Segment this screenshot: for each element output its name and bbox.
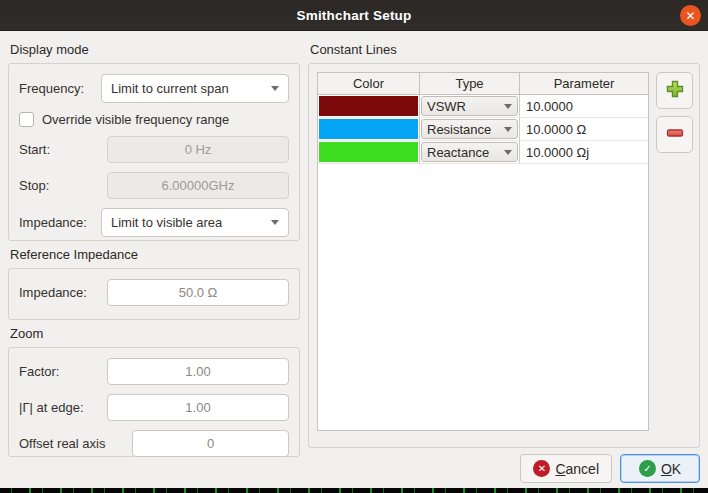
table-row[interactable]: VSWR 10.0000 [318,95,648,118]
gamma-at-edge-row: |Γ| at edge: [19,394,289,421]
column-header-parameter[interactable]: Parameter [520,73,648,94]
impedance-mode-dropdown[interactable]: Limit to visible area [101,208,289,237]
gamma-at-edge-label: |Γ| at edge: [19,400,90,415]
plus-icon [665,79,685,102]
frequency-dropdown-value: Limit to current span [111,81,229,96]
offset-real-axis-input[interactable] [132,430,289,457]
start-input[interactable] [107,136,289,163]
chevron-down-icon [271,220,279,225]
impedance-mode-dropdown-value: Limit to visible area [111,215,222,230]
zoom-group: Factor: |Γ| at edge: Offset real axis [8,347,300,457]
override-label: Override visible frequency range [42,112,229,127]
override-checkbox[interactable] [19,112,34,127]
reference-impedance-group: Impedance: [8,268,300,320]
dialog-body: Display mode Frequency: Limit to current… [0,31,708,488]
minus-icon [665,123,685,146]
zoom-factor-input[interactable] [107,358,289,385]
table-row[interactable]: Reactance 10.0000 Ωj [318,141,648,164]
constant-lines-group-title: Constant Lines [310,42,700,57]
type-cell[interactable]: VSWR [420,95,520,117]
ok-button[interactable]: ✓ OK [620,454,700,483]
cancel-button[interactable]: ✕ Cancel [520,454,612,483]
dialog-titlebar[interactable]: Smithchart Setup ✕ [0,0,708,31]
table-row[interactable]: Resistance 10.0000 Ω [318,118,648,141]
color-cell[interactable] [318,118,420,140]
reference-impedance-group-title: Reference Impedance [10,247,300,262]
color-cell[interactable] [318,95,420,117]
start-label: Start: [19,142,56,157]
type-dropdown-value: VSWR [427,99,466,114]
display-mode-group: Frequency: Limit to current span Overrid… [8,63,300,241]
ok-icon: ✓ [639,460,656,477]
close-icon[interactable]: ✕ [680,5,701,26]
ok-button-label: OK [661,461,681,477]
remove-line-button[interactable] [656,116,693,153]
offset-real-axis-row: Offset real axis [19,430,289,457]
chevron-down-icon [504,104,512,109]
color-cell[interactable] [318,141,420,163]
cancel-button-label: Cancel [555,461,599,477]
zoom-group-title: Zoom [10,326,300,341]
start-row: Start: [19,136,289,163]
stop-row: Stop: [19,172,289,199]
impedance-mode-row: Impedance: Limit to visible area [19,208,289,237]
constant-lines-header: Color Type Parameter [318,73,648,95]
color-swatch[interactable] [319,119,418,139]
reference-impedance-label: Impedance: [19,285,93,300]
reference-impedance-input[interactable] [107,279,289,306]
type-dropdown[interactable]: VSWR [421,96,518,116]
type-dropdown-value: Resistance [427,122,491,137]
type-dropdown[interactable]: Reactance [421,142,518,162]
left-column: Display mode Frequency: Limit to current… [8,37,300,488]
display-mode-group-title: Display mode [10,42,300,57]
color-swatch[interactable] [319,142,418,162]
chevron-down-icon [271,86,279,91]
reference-impedance-row: Impedance: [19,279,289,306]
stop-label: Stop: [19,178,55,193]
parameter-cell[interactable]: 10.0000 [520,95,648,117]
chevron-down-icon [504,150,512,155]
type-dropdown[interactable]: Resistance [421,119,518,139]
dialog-title: Smithchart Setup [297,8,412,23]
column-header-type[interactable]: Type [420,73,520,94]
impedance-mode-label: Impedance: [19,215,93,230]
frequency-label: Frequency: [19,81,90,96]
parameter-cell[interactable]: 10.0000 Ω [520,118,648,140]
cancel-icon: ✕ [533,460,550,477]
parameter-cell[interactable]: 10.0000 Ωj [520,141,648,163]
stop-input[interactable] [107,172,289,199]
frequency-dropdown[interactable]: Limit to current span [101,74,289,103]
constant-lines-group: Color Type Parameter VSWR 10.0000 [308,63,700,448]
override-row: Override visible frequency range [19,112,289,127]
offset-real-axis-label: Offset real axis [19,436,111,451]
frequency-row: Frequency: Limit to current span [19,74,289,103]
type-cell[interactable]: Resistance [420,118,520,140]
screenshot-artifact-strip [0,488,708,493]
type-cell[interactable]: Reactance [420,141,520,163]
zoom-factor-row: Factor: [19,358,289,385]
chevron-down-icon [504,127,512,132]
dialog-actions: ✕ Cancel ✓ OK [520,454,700,483]
constant-lines-table[interactable]: Color Type Parameter VSWR 10.0000 [317,72,649,431]
color-swatch[interactable] [319,96,418,116]
column-header-color[interactable]: Color [318,73,420,94]
right-column: Constant Lines Color Type Parameter VSWR [308,37,700,488]
add-line-button[interactable] [656,72,693,109]
zoom-factor-label: Factor: [19,364,65,379]
type-dropdown-value: Reactance [427,145,489,160]
gamma-at-edge-input[interactable] [107,394,289,421]
